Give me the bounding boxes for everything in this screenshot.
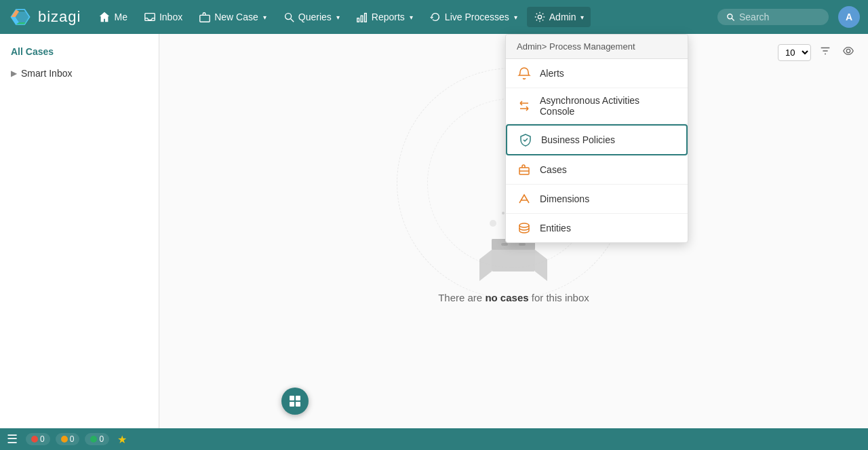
arrows-icon — [517, 98, 532, 113]
hamburger-icon[interactable]: ☰ — [7, 432, 18, 447]
yellow-badge[interactable]: 0 — [56, 433, 80, 445]
dropdown-header: Admin> Process Management — [506, 35, 688, 59]
svg-rect-24 — [501, 243, 508, 246]
svg-line-14 — [732, 18, 734, 21]
grid-icon — [288, 394, 302, 408]
svg-point-7 — [285, 14, 291, 20]
green-badge[interactable]: 0 — [85, 433, 109, 445]
brand-logo — [8, 5, 33, 29]
entities-label: Entities — [540, 223, 571, 233]
svg-rect-25 — [519, 243, 526, 246]
red-dot — [31, 436, 38, 443]
svg-rect-6 — [200, 15, 210, 22]
nav-item-reports[interactable]: Reports ▾ — [349, 7, 420, 27]
suitcase-icon — [517, 162, 532, 177]
collapse-icon: ▶ — [11, 69, 17, 78]
alerts-label: Alerts — [540, 68, 564, 79]
nav-item-new-case[interactable]: New Case ▾ — [192, 7, 273, 27]
search-bar[interactable] — [717, 9, 829, 25]
nav-item-queries[interactable]: Queries ▾ — [276, 7, 347, 27]
cases-label: Cases — [540, 164, 567, 175]
svg-marker-27 — [535, 250, 547, 281]
sidebar-item-smart-inbox[interactable]: ▶ Smart Inbox — [0, 62, 159, 84]
business-policies-label: Business Policies — [541, 134, 615, 145]
svg-rect-29 — [296, 396, 300, 400]
gear-icon — [534, 11, 546, 23]
sidebar-smart-inbox-label: Smart Inbox — [21, 68, 72, 79]
nav-item-me[interactable]: Me — [92, 7, 134, 27]
brand-name: bizagi — [38, 8, 81, 26]
reports-caret: ▾ — [410, 14, 413, 21]
red-badge-count: 0 — [40, 434, 45, 444]
dimension-icon — [517, 191, 532, 206]
page-size-select[interactable]: 10 5 20 50 — [778, 44, 811, 61]
new-case-caret: ▾ — [263, 14, 267, 21]
sidebar: All Cases ▶ Smart Inbox — [0, 34, 159, 428]
green-dot — [90, 436, 97, 443]
chart-icon — [356, 11, 368, 23]
inbox-icon — [144, 11, 156, 23]
svg-point-12 — [538, 15, 541, 18]
admin-dropdown-menu: Admin> Process Management Alerts — [505, 34, 688, 243]
view-icon-btn[interactable] — [840, 42, 857, 63]
dimensions-label: Dimensions — [540, 193, 589, 204]
navbar: bizagi Me Inbox New Case ▾ Queries ▾ Rep… — [0, 0, 868, 34]
nav-item-live-processes[interactable]: Live Processes ▾ — [422, 7, 524, 27]
dropdown-item-async-console[interactable]: Asynchronous Activities Console — [506, 88, 688, 124]
svg-rect-9 — [357, 18, 359, 22]
sidebar-item-all-cases[interactable]: All Cases — [0, 41, 159, 62]
svg-rect-28 — [290, 396, 294, 400]
main-layout: All Cases ▶ Smart Inbox 10 5 20 50 — [0, 34, 868, 428]
fab-button[interactable] — [281, 388, 309, 415]
admin-caret: ▾ — [580, 14, 584, 21]
queries-caret: ▾ — [336, 14, 340, 21]
filter-icon-btn[interactable] — [816, 42, 834, 63]
briefcase-icon — [199, 11, 211, 23]
database-icon — [517, 221, 532, 236]
svg-rect-11 — [364, 14, 366, 22]
shield-icon — [518, 132, 533, 147]
refresh-icon — [429, 11, 441, 23]
svg-point-19 — [502, 212, 505, 214]
empty-inbox-message: There are no cases for this inbox — [438, 292, 589, 303]
status-bar: ☰ 0 0 0 ★ — [0, 428, 868, 450]
red-badge[interactable]: 0 — [26, 433, 50, 445]
nav-item-admin[interactable]: Admin ▾ — [527, 7, 591, 27]
svg-rect-10 — [361, 16, 363, 22]
dropdown-item-dimensions[interactable]: Dimensions — [506, 185, 688, 214]
green-badge-count: 0 — [99, 434, 104, 444]
content-toolbar: 10 5 20 50 — [767, 34, 868, 71]
svg-rect-30 — [290, 402, 294, 407]
yellow-badge-count: 0 — [70, 434, 75, 444]
live-processes-caret: ▾ — [514, 14, 517, 21]
dropdown-item-alerts[interactable]: Alerts — [506, 59, 688, 88]
dropdown-item-entities[interactable]: Entities — [506, 214, 688, 242]
svg-marker-26 — [479, 250, 492, 281]
dropdown-item-business-policies[interactable]: Business Policies — [506, 124, 688, 155]
avatar[interactable]: A — [838, 6, 860, 28]
content-area: 10 5 20 50 — [159, 34, 868, 428]
svg-point-15 — [846, 49, 850, 52]
search-nav-icon — [283, 11, 295, 23]
yellow-dot — [61, 436, 68, 443]
search-icon — [726, 12, 735, 22]
svg-line-8 — [290, 19, 294, 22]
svg-point-13 — [728, 14, 732, 19]
async-console-label: Asynchronous Activities Console — [540, 95, 677, 117]
search-input[interactable] — [739, 12, 821, 22]
star-icon[interactable]: ★ — [117, 433, 127, 446]
sidebar-all-cases-label: All Cases — [11, 46, 54, 57]
brand[interactable]: bizagi — [8, 5, 81, 29]
svg-rect-5 — [145, 14, 155, 21]
home-icon — [98, 11, 111, 23]
svg-point-17 — [490, 220, 496, 227]
bell-icon — [517, 66, 532, 81]
svg-rect-31 — [296, 402, 300, 407]
dropdown-item-cases[interactable]: Cases — [506, 155, 688, 185]
nav-item-inbox[interactable]: Inbox — [137, 7, 189, 27]
